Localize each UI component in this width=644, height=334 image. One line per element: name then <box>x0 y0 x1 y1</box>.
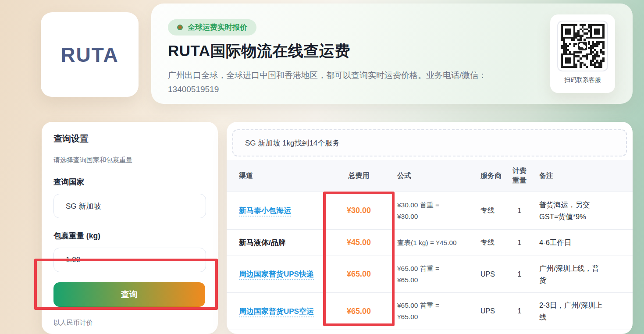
logo-card: RUTA <box>41 12 139 97</box>
weight-cell: 1 <box>507 206 532 216</box>
query-settings-panel: 查询设置 请选择查询国家和包裹重量 查询国家 SG 新加坡 包裹重量 (kg) … <box>42 122 218 334</box>
ruta-logo: RUTA <box>60 43 118 67</box>
results-panel: SG 新加坡 1kg找到14个服务 渠道 总费用 公式 服务商 计费 重量 备注… <box>227 122 633 334</box>
weight-cell: 1 <box>507 238 532 248</box>
live-quote-badge: 全球运费实时报价 <box>168 19 256 36</box>
qr-caption: 扫码联系客服 <box>557 76 608 84</box>
results-summary: SG 新加坡 1kg找到14个服务 <box>232 129 627 156</box>
panel-title: 查询设置 <box>53 133 206 145</box>
price-cell: ¥45.00 <box>347 238 371 247</box>
channel-link[interactable]: 周边国家普货UPS快递 <box>239 270 314 280</box>
currency-note: 以人民币计价 <box>53 319 206 327</box>
header-cell-note: 备注 <box>539 171 620 181</box>
qr-code <box>557 21 608 71</box>
formula-cell: ¥65.00 首重 = ¥65.00 <box>397 263 476 286</box>
channel-link[interactable]: 周边国家普货UPS空运 <box>239 307 314 317</box>
formula-cell: 查表(1 kg) = ¥45.00 <box>397 237 476 249</box>
price-cell: ¥65.00 <box>347 307 371 316</box>
table-row: 周边国家普货UPS空运 ¥65.00 ¥65.00 首重 = ¥65.00 UP… <box>227 292 633 330</box>
qr-card: 扫码联系客服 <box>550 14 615 93</box>
query-button[interactable]: 查询 <box>53 282 205 307</box>
header-cell-formula: 公式 <box>397 171 476 181</box>
note-cell: 广州/深圳上线，普 货 <box>539 263 620 286</box>
table-row: 新马泰小包海运 ¥30.00 ¥30.00 首重 = ¥30.00 专线 1 普… <box>227 192 633 229</box>
channel-link[interactable]: 新马泰小包海运 <box>239 206 291 217</box>
weight-input-wrap <box>53 248 206 272</box>
weight-cell: 1 <box>507 306 532 316</box>
country-select[interactable]: SG 新加坡 <box>53 194 206 218</box>
note-cell: 2-3日，广州/深圳上 线 <box>539 299 620 323</box>
weight-label: 包裹重量 (kg) <box>53 231 206 241</box>
country-label: 查询国家 <box>53 177 206 187</box>
weight-input[interactable] <box>66 256 189 264</box>
page-title: RUTA国际物流在线查运费 <box>168 41 616 61</box>
channel-text: 新马液体/品牌 <box>239 238 286 247</box>
price-cell: ¥30.00 <box>347 206 371 215</box>
page-background: RUTA 全球运费实时报价 RUTA国际物流在线查运费 广州出口全球，全球进口中… <box>0 0 644 334</box>
page-subtitle: 广州出口全球，全球进口中国和香港地区，都可以查询实时运费价格。业务电话/微信： … <box>168 68 606 96</box>
badge-label: 全球运费实时报价 <box>188 22 247 32</box>
country-select-value: SG 新加坡 <box>66 201 101 211</box>
panel-subtitle: 请选择查询国家和包裹重量 <box>53 156 206 164</box>
formula-cell: ¥30.00 首重 = ¥30.00 <box>397 199 476 222</box>
header-cell-weight: 计费 重量 <box>507 166 532 185</box>
note-cell: 4-6工作日 <box>539 237 620 249</box>
note-cell: 普货海运，另交 GST=货值*9% <box>539 199 620 223</box>
price-cell: ¥65.00 <box>347 270 371 278</box>
weight-cell: 1 <box>507 270 532 279</box>
table-header: 渠道 总费用 公式 服务商 计费 重量 备注 <box>227 160 633 192</box>
provider-cell: UPS <box>480 270 507 278</box>
header-cell-provider: 服务商 <box>480 171 507 181</box>
header-cell-channel: 渠道 <box>239 171 323 181</box>
provider-cell: UPS <box>480 307 507 315</box>
header-cell-total: 总费用 <box>323 171 395 181</box>
status-dot-icon <box>177 25 183 30</box>
provider-cell: 专线 <box>480 238 507 247</box>
formula-cell: ¥65.00 首重 = ¥65.00 <box>397 300 476 323</box>
provider-cell: 专线 <box>480 206 507 215</box>
table-row: 周边国家普货UPS快递 ¥65.00 ¥65.00 首重 = ¥65.00 UP… <box>227 256 633 292</box>
wechat-icon <box>578 42 587 51</box>
table-row: 新马液体/品牌 ¥45.00 查表(1 kg) = ¥45.00 专线 1 4-… <box>227 229 633 256</box>
